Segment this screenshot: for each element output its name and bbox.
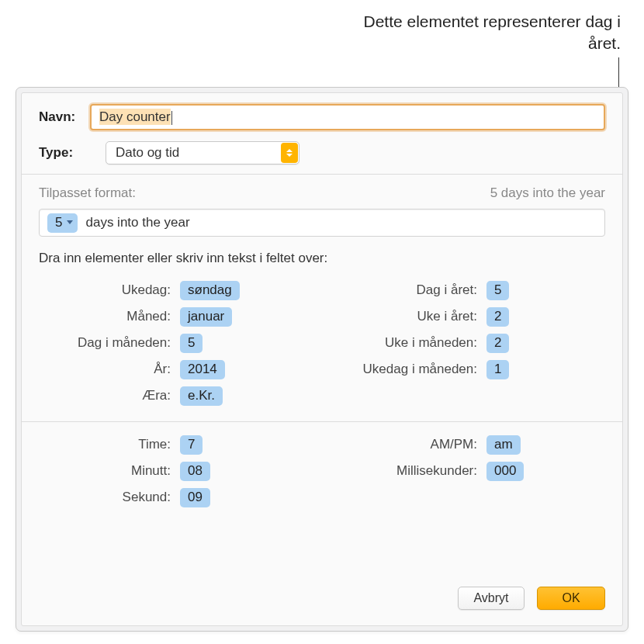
hour-token[interactable]: 7 bbox=[180, 435, 203, 455]
day-of-month-label: Dag i måneden: bbox=[39, 335, 180, 351]
text-caret bbox=[171, 111, 172, 125]
format-token-day-of-year[interactable]: 5 bbox=[47, 213, 78, 233]
millisecond-label: Millisekunder: bbox=[322, 463, 486, 479]
week-of-month-token[interactable]: 2 bbox=[486, 334, 509, 353]
chevron-down-icon bbox=[67, 220, 73, 224]
ampm-label: AM/PM: bbox=[322, 437, 486, 452]
time-tokens-grid: Time:7 Minutt:08 Sekund:09 AM/PM:am Mill… bbox=[22, 422, 622, 523]
second-token[interactable]: 09 bbox=[180, 488, 210, 507]
weekday-label: Ukedag: bbox=[39, 282, 180, 298]
name-input[interactable]: Day counter bbox=[90, 104, 605, 130]
minute-label: Minutt: bbox=[39, 463, 180, 479]
week-of-year-label: Uke i året: bbox=[322, 309, 486, 324]
type-select-value: Dato og tid bbox=[116, 145, 179, 161]
hour-label: Time: bbox=[39, 437, 180, 452]
custom-format-label: Tilpasset format: bbox=[39, 185, 136, 201]
name-input-value: Day counter bbox=[99, 109, 171, 125]
format-token-value: 5 bbox=[55, 215, 62, 230]
day-of-year-label: Dag i året: bbox=[322, 282, 486, 298]
weekday-token[interactable]: søndag bbox=[180, 281, 240, 300]
dialog-outer: Navn: Day counter Type: Dato og tid Tilp… bbox=[16, 87, 628, 632]
type-select[interactable]: Dato og tid bbox=[106, 141, 299, 164]
type-label: Type: bbox=[39, 145, 90, 161]
date-col-left: Ukedag:søndag Måned:januar Dag i måneden… bbox=[39, 277, 322, 409]
cancel-button[interactable]: Avbryt bbox=[458, 587, 525, 610]
time-col-right: AM/PM:am Millisekunder:000 bbox=[322, 431, 605, 511]
date-col-right: Dag i året:5 Uke i året:2 Uke i måneden:… bbox=[322, 277, 605, 409]
month-token[interactable]: januar bbox=[180, 307, 232, 327]
dialog-sheet: Navn: Day counter Type: Dato og tid Tilp… bbox=[21, 92, 623, 626]
ok-button[interactable]: OK bbox=[537, 587, 605, 610]
dialog-buttons: Avbryt OK bbox=[458, 587, 605, 610]
week-of-month-label: Uke i måneden: bbox=[322, 335, 486, 351]
format-preview: 5 days into the year bbox=[490, 185, 605, 201]
month-label: Måned: bbox=[39, 309, 180, 324]
ampm-token[interactable]: am bbox=[486, 435, 521, 455]
era-token[interactable]: e.Kr. bbox=[180, 386, 223, 406]
millisecond-token[interactable]: 000 bbox=[486, 462, 524, 481]
second-label: Sekund: bbox=[39, 490, 180, 505]
day-of-year-token[interactable]: 5 bbox=[486, 281, 509, 300]
weekday-of-month-label: Ukedag i måneden: bbox=[322, 362, 486, 377]
format-suffix-text: days into the year bbox=[85, 215, 189, 230]
time-col-left: Time:7 Minutt:08 Sekund:09 bbox=[39, 431, 322, 511]
day-of-month-token[interactable]: 5 bbox=[180, 334, 203, 353]
format-field[interactable]: 5 days into the year bbox=[39, 209, 605, 237]
week-of-year-token[interactable]: 2 bbox=[486, 307, 509, 327]
name-label: Navn: bbox=[39, 109, 90, 125]
stepper-arrows-icon bbox=[281, 143, 298, 163]
weekday-of-month-token[interactable]: 1 bbox=[486, 360, 509, 379]
minute-token[interactable]: 08 bbox=[180, 462, 210, 481]
date-tokens-grid: Ukedag:søndag Måned:januar Dag i måneden… bbox=[22, 277, 622, 421]
era-label: Æra: bbox=[39, 388, 180, 403]
year-token[interactable]: 2014 bbox=[180, 360, 225, 379]
year-label: År: bbox=[39, 362, 180, 377]
instruction-text: Dra inn elementer eller skriv inn tekst … bbox=[22, 251, 622, 277]
callout-annotation: Dette elementet representerer dag i året… bbox=[341, 11, 621, 55]
